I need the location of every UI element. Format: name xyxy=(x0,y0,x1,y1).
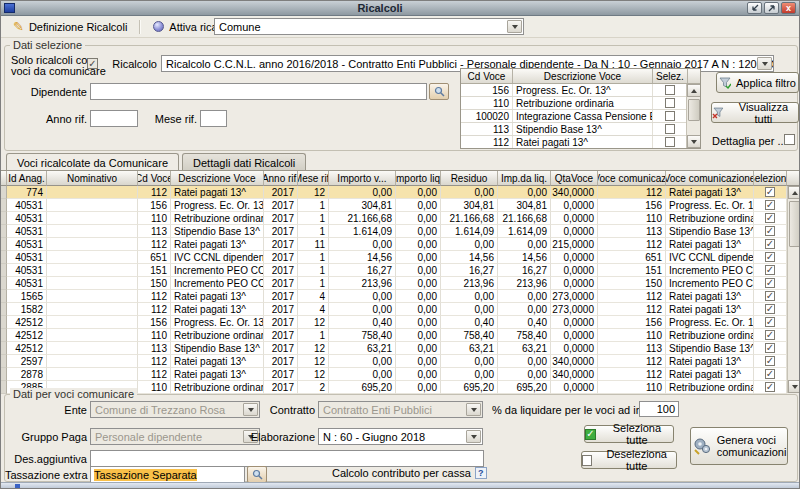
grid-column-header[interactable]: Seleziona xyxy=(754,171,787,186)
seleziona-checkbox[interactable]: ✓ xyxy=(765,226,775,236)
grid-column-header[interactable]: Importo liq. xyxy=(396,171,441,186)
definizione-ricalcoli-button[interactable]: ✎ Definizione Ricalcoli xyxy=(9,18,131,35)
grid-cell: 112 xyxy=(598,186,666,199)
scroll-thumb xyxy=(688,99,700,121)
dipendente-lookup-button[interactable] xyxy=(429,83,449,100)
seleziona-checkbox[interactable]: ✓ xyxy=(765,304,775,314)
voci-selez-checkbox[interactable] xyxy=(665,124,675,134)
voci-column-header: Descrizione Voce xyxy=(513,69,653,83)
genera-voci-button[interactable]: Genera voci comunicazioni xyxy=(690,427,788,465)
voci-selez-checkbox[interactable] xyxy=(665,98,675,108)
applica-filtro-button[interactable]: Applica filtro xyxy=(716,72,799,93)
table-row[interactable]: 1582112Ratei pagati 13^201740,000,000,00… xyxy=(1,303,800,316)
table-row[interactable]: 40531151Incremento PEO CCL 02017116,270,… xyxy=(1,264,800,277)
seleziona-checkbox[interactable]: ✓ xyxy=(765,187,775,197)
table-row[interactable]: 40531156Progress. Ec. Or. 13^20171304,81… xyxy=(1,199,800,212)
voci-filter-row[interactable]: 113Stipendio Base 13^ xyxy=(461,123,700,136)
grid-column-header[interactable]: Imp.da liq. xyxy=(498,171,551,186)
tab-dettagli-ricalcoli[interactable]: Dettagli dati Ricalcoli xyxy=(182,153,306,170)
deseleziona-tutte-button[interactable]: Deseleziona tutte xyxy=(581,451,677,469)
table-row[interactable]: 2597112Ratei pagati 13^2017120,000,000,0… xyxy=(1,355,800,368)
close-icon[interactable]: x xyxy=(781,2,796,14)
grid-cell: 695,20 xyxy=(441,381,498,394)
seleziona-checkbox[interactable]: ✓ xyxy=(765,265,775,275)
maximize-icon[interactable] xyxy=(764,2,779,14)
seleziona-checkbox[interactable]: ✓ xyxy=(765,369,775,379)
visualizza-tutti-button[interactable]: Visualizza tutti xyxy=(711,102,799,123)
grid-cell: 758,40 xyxy=(329,329,396,342)
table-row[interactable]: 1565112Ratei pagati 13^201740,000,000,00… xyxy=(1,290,800,303)
seleziona-checkbox[interactable]: ✓ xyxy=(765,213,775,223)
grid-cell xyxy=(47,225,138,238)
voci-selez-checkbox[interactable] xyxy=(665,85,675,95)
chevron-down-icon[interactable] xyxy=(507,20,522,33)
voci-filter-row[interactable]: 100020Integrazione Cassa Pensione Ente xyxy=(461,110,700,123)
help-icon[interactable]: ? xyxy=(475,467,487,479)
search-icon xyxy=(434,86,445,97)
dipendente-input[interactable] xyxy=(90,83,427,100)
voci-filter-row[interactable]: 156Progress. Ec. Or. 13^ xyxy=(461,84,700,97)
grid-column-header[interactable]: Descrizione Voce xyxy=(171,171,264,186)
grid-column-header[interactable]: Importo v... xyxy=(329,171,396,186)
percentuale-input[interactable]: 100 xyxy=(639,401,679,417)
grid-cell: 0,00 xyxy=(396,238,441,251)
tab-voci-ricalcolate[interactable]: Voci ricalcolate da Comunicare xyxy=(6,153,179,171)
ricalcolo-label: Ricalcolo xyxy=(80,58,157,70)
grid-seleziona-cell: ✓ xyxy=(754,355,787,368)
chevron-down-icon[interactable] xyxy=(466,430,481,443)
chevron-down-icon[interactable] xyxy=(757,57,772,70)
grid-column-header[interactable]: Mese rif. xyxy=(298,171,329,186)
table-row[interactable]: 40531110Retribuzione ordinaria2017121.16… xyxy=(1,212,800,225)
minimize-icon[interactable] xyxy=(747,2,762,14)
grid-column-header[interactable]: Voce comunicazione xyxy=(666,171,754,186)
scope-combobox[interactable]: Comune xyxy=(214,18,524,35)
grid-column-header[interactable]: Residuo xyxy=(441,171,498,186)
voci-table-scrollbar[interactable] xyxy=(686,84,700,148)
grid-scrollbar[interactable] xyxy=(787,186,800,393)
elaborazione-combobox[interactable]: N : 60 - Giugno 2018 xyxy=(318,428,483,445)
table-row[interactable]: 774112Ratei pagati 13^2017120,000,000,00… xyxy=(1,186,800,199)
table-row[interactable]: 40531113Stipendio Base 13^201711.614,090… xyxy=(1,225,800,238)
tassazione-lookup-button[interactable] xyxy=(247,466,267,483)
voci-selez-checkbox[interactable] xyxy=(665,137,675,147)
des-aggiuntiva-input[interactable] xyxy=(90,450,484,467)
voci-filter-row[interactable]: 112Ratei pagati 13^ xyxy=(461,136,700,149)
grid-column-header[interactable]: Nominativo xyxy=(47,171,138,186)
seleziona-checkbox[interactable]: ✓ xyxy=(765,278,775,288)
tassazione-input[interactable]: Tassazione Separata xyxy=(90,466,245,483)
voci-selez-checkbox[interactable] xyxy=(665,111,675,121)
table-row[interactable]: 40531651IVC CCNL dipendenti Bi2017114,56… xyxy=(1,251,800,264)
anno-rif-input[interactable] xyxy=(90,110,138,127)
grid-column-header[interactable]: Anno rif. xyxy=(264,171,298,186)
grid-cell: 2017 xyxy=(264,212,298,225)
grid-column-header[interactable]: Id Anag. xyxy=(7,171,47,186)
grid-column-header[interactable]: Cd Voce comunicazione xyxy=(598,171,666,186)
table-row[interactable]: 42512113Stipendio Base 13^20171263,210,0… xyxy=(1,342,800,355)
seleziona-checkbox[interactable]: ✓ xyxy=(765,317,775,327)
table-row[interactable]: 40531112Ratei pagati 13^2017110,000,000,… xyxy=(1,238,800,251)
seleziona-checkbox[interactable]: ✓ xyxy=(765,330,775,340)
table-row[interactable]: 42512156Progress. Ec. Or. 13^2017120,400… xyxy=(1,316,800,329)
grid-cell: 112 xyxy=(598,355,666,368)
table-row[interactable]: 40531150Incremento PEO CCNL20171213,960,… xyxy=(1,277,800,290)
seleziona-checkbox[interactable]: ✓ xyxy=(765,200,775,210)
seleziona-checkbox[interactable]: ✓ xyxy=(765,239,775,249)
seleziona-checkbox[interactable]: ✓ xyxy=(765,291,775,301)
scroll-up-icon xyxy=(687,84,701,97)
table-row[interactable]: 42512110Retribuzione ordinaria20171758,4… xyxy=(1,329,800,342)
grid-cell: 156 xyxy=(598,316,666,329)
seleziona-tutte-button[interactable]: ✓ Seleziona tutte xyxy=(584,425,674,443)
dettaglia-per-checkbox[interactable] xyxy=(784,134,795,145)
grid-cell: 0,00 xyxy=(498,355,551,368)
grid-column-header[interactable]: Cd Voce xyxy=(138,171,171,186)
seleziona-checkbox[interactable]: ✓ xyxy=(765,252,775,262)
voci-filter-table-body: 156Progress. Ec. Or. 13^110Retribuzione … xyxy=(461,84,700,149)
seleziona-checkbox[interactable]: ✓ xyxy=(765,356,775,366)
voci-filter-row[interactable]: 110Retribuzione ordinaria xyxy=(461,97,700,110)
mese-rif-input[interactable] xyxy=(200,110,227,127)
table-row[interactable]: 2878112Ratei pagati 13^2017120,000,000,0… xyxy=(1,368,800,381)
grid-column-header[interactable]: QtaVoce xyxy=(551,171,598,186)
seleziona-checkbox[interactable]: ✓ xyxy=(765,382,775,392)
pencil-icon: ✎ xyxy=(13,20,24,33)
seleziona-checkbox[interactable]: ✓ xyxy=(765,343,775,353)
